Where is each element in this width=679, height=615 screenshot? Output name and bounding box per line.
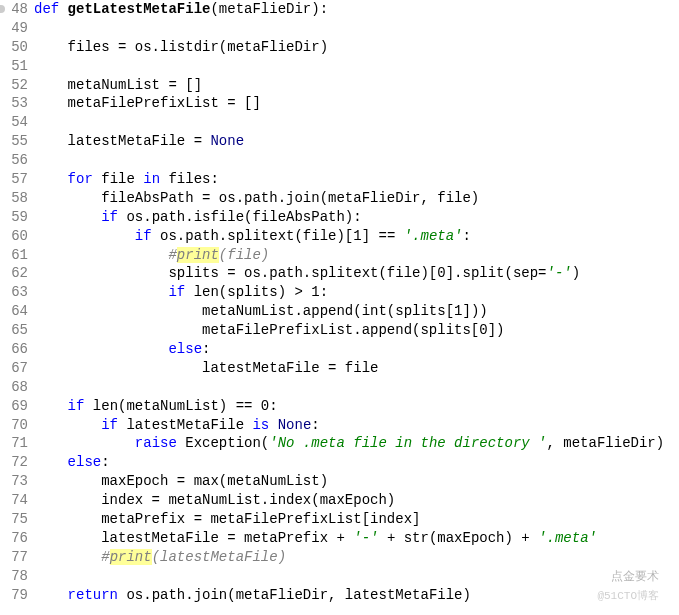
code-content[interactable] xyxy=(34,113,679,132)
line-number: 74 xyxy=(0,491,34,510)
line-number: 67 xyxy=(0,359,34,378)
code-content[interactable] xyxy=(34,378,679,397)
line-number: 79 xyxy=(0,586,34,605)
line-number: 56 xyxy=(0,151,34,170)
code-line[interactable]: 58 fileAbsPath = os.path.join(metaFlieDi… xyxy=(0,189,679,208)
code-line[interactable]: 62 splits = os.path.splitext(file)[0].sp… xyxy=(0,264,679,283)
code-line[interactable]: 48def getLatestMetaFile(metaFlieDir): xyxy=(0,0,679,19)
code-line[interactable]: 75 metaPrefix = metaFilePrefixList[index… xyxy=(0,510,679,529)
code-content[interactable]: fileAbsPath = os.path.join(metaFlieDir, … xyxy=(34,189,679,208)
code-content[interactable]: #print(latestMetaFile) xyxy=(34,548,679,567)
line-number: 61 xyxy=(0,246,34,265)
code-content[interactable]: raise Exception('No .meta file in the di… xyxy=(34,434,679,453)
code-content[interactable]: #print(file) xyxy=(34,246,679,265)
code-line[interactable]: 74 index = metaNumList.index(maxEpoch) xyxy=(0,491,679,510)
line-number: 52 xyxy=(0,76,34,95)
code-content[interactable] xyxy=(34,57,679,76)
code-content[interactable]: files = os.listdir(metaFlieDir) xyxy=(34,38,679,57)
line-number: 73 xyxy=(0,472,34,491)
line-number: 69 xyxy=(0,397,34,416)
line-number: 55 xyxy=(0,132,34,151)
code-content[interactable]: latestMetaFile = file xyxy=(34,359,679,378)
code-line[interactable]: 50 files = os.listdir(metaFlieDir) xyxy=(0,38,679,57)
line-number: 65 xyxy=(0,321,34,340)
line-number: 66 xyxy=(0,340,34,359)
line-number: 72 xyxy=(0,453,34,472)
code-line[interactable]: 57 for file in files: xyxy=(0,170,679,189)
code-content[interactable] xyxy=(34,19,679,38)
line-number: 77 xyxy=(0,548,34,567)
line-number: 49 xyxy=(0,19,34,38)
code-content[interactable]: metaNumList.append(int(splits[1])) xyxy=(34,302,679,321)
code-line[interactable]: 52 metaNumList = [] xyxy=(0,76,679,95)
code-content[interactable]: metaFilePrefixList.append(splits[0]) xyxy=(34,321,679,340)
code-content[interactable] xyxy=(34,567,679,586)
code-line[interactable]: 53 metaFilePrefixList = [] xyxy=(0,94,679,113)
code-content[interactable]: def getLatestMetaFile(metaFlieDir): xyxy=(34,0,679,19)
line-number: 48 xyxy=(0,0,34,19)
line-number: 53 xyxy=(0,94,34,113)
code-line[interactable]: 59 if os.path.isfile(fileAbsPath): xyxy=(0,208,679,227)
code-content[interactable]: for file in files: xyxy=(34,170,679,189)
code-editor[interactable]: 48def getLatestMetaFile(metaFlieDir):495… xyxy=(0,0,679,605)
line-number: 63 xyxy=(0,283,34,302)
code-content[interactable]: maxEpoch = max(metaNumList) xyxy=(34,472,679,491)
code-line[interactable]: 66 else: xyxy=(0,340,679,359)
line-number: 64 xyxy=(0,302,34,321)
code-line[interactable]: 61 #print(file) xyxy=(0,246,679,265)
code-content[interactable]: latestMetaFile = None xyxy=(34,132,679,151)
code-content[interactable]: latestMetaFile = metaPrefix + '-' + str(… xyxy=(34,529,679,548)
code-content[interactable]: else: xyxy=(34,340,679,359)
code-line[interactable]: 49 xyxy=(0,19,679,38)
code-content[interactable]: if os.path.isfile(fileAbsPath): xyxy=(34,208,679,227)
code-content[interactable]: if latestMetaFile is None: xyxy=(34,416,679,435)
line-number: 62 xyxy=(0,264,34,283)
line-number: 68 xyxy=(0,378,34,397)
code-line[interactable]: 65 metaFilePrefixList.append(splits[0]) xyxy=(0,321,679,340)
code-line[interactable]: 67 latestMetaFile = file xyxy=(0,359,679,378)
code-content[interactable]: return os.path.join(metaFlieDir, latestM… xyxy=(34,586,679,605)
code-content[interactable]: metaFilePrefixList = [] xyxy=(34,94,679,113)
line-number: 70 xyxy=(0,416,34,435)
code-line[interactable]: 64 metaNumList.append(int(splits[1])) xyxy=(0,302,679,321)
code-line[interactable]: 77 #print(latestMetaFile) xyxy=(0,548,679,567)
code-line[interactable]: 56 xyxy=(0,151,679,170)
code-content[interactable] xyxy=(34,151,679,170)
line-number: 78 xyxy=(0,567,34,586)
code-content[interactable]: metaPrefix = metaFilePrefixList[index] xyxy=(34,510,679,529)
code-content[interactable]: splits = os.path.splitext(file)[0].split… xyxy=(34,264,679,283)
code-line[interactable]: 72 else: xyxy=(0,453,679,472)
code-line[interactable]: 71 raise Exception('No .meta file in the… xyxy=(0,434,679,453)
line-number: 75 xyxy=(0,510,34,529)
line-number: 59 xyxy=(0,208,34,227)
line-number: 71 xyxy=(0,434,34,453)
code-line[interactable]: 78 xyxy=(0,567,679,586)
code-line[interactable]: 79 return os.path.join(metaFlieDir, late… xyxy=(0,586,679,605)
line-number: 50 xyxy=(0,38,34,57)
code-content[interactable]: metaNumList = [] xyxy=(34,76,679,95)
code-line[interactable]: 51 xyxy=(0,57,679,76)
code-line[interactable]: 73 maxEpoch = max(metaNumList) xyxy=(0,472,679,491)
line-number: 60 xyxy=(0,227,34,246)
code-line[interactable]: 54 xyxy=(0,113,679,132)
code-line[interactable]: 76 latestMetaFile = metaPrefix + '-' + s… xyxy=(0,529,679,548)
code-content[interactable]: else: xyxy=(34,453,679,472)
line-number: 76 xyxy=(0,529,34,548)
line-number: 51 xyxy=(0,57,34,76)
code-line[interactable]: 68 xyxy=(0,378,679,397)
code-content[interactable]: if len(splits) > 1: xyxy=(34,283,679,302)
code-line[interactable]: 63 if len(splits) > 1: xyxy=(0,283,679,302)
code-line[interactable]: 69 if len(metaNumList) == 0: xyxy=(0,397,679,416)
code-content[interactable]: index = metaNumList.index(maxEpoch) xyxy=(34,491,679,510)
code-line[interactable]: 55 latestMetaFile = None xyxy=(0,132,679,151)
line-number: 58 xyxy=(0,189,34,208)
code-line[interactable]: 70 if latestMetaFile is None: xyxy=(0,416,679,435)
code-content[interactable]: if len(metaNumList) == 0: xyxy=(34,397,679,416)
line-number: 54 xyxy=(0,113,34,132)
code-content[interactable]: if os.path.splitext(file)[1] == '.meta': xyxy=(34,227,679,246)
line-number: 57 xyxy=(0,170,34,189)
code-line[interactable]: 60 if os.path.splitext(file)[1] == '.met… xyxy=(0,227,679,246)
